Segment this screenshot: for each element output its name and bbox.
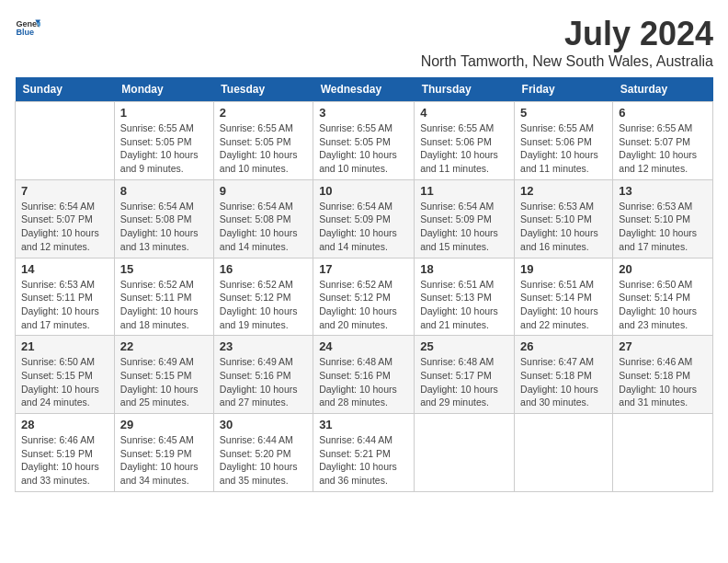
day-number: 19: [520, 262, 607, 276]
calendar-week-5: 28Sunrise: 6:46 AM Sunset: 5:19 PM Dayli…: [16, 414, 713, 492]
day-number: 6: [619, 106, 707, 120]
header-tuesday: Tuesday: [213, 77, 313, 102]
day-number: 3: [319, 106, 408, 120]
calendar-header-row: SundayMondayTuesdayWednesdayThursdayFrid…: [16, 77, 713, 102]
svg-text:Blue: Blue: [16, 28, 34, 37]
header-monday: Monday: [114, 77, 213, 102]
day-number: 16: [220, 262, 307, 276]
day-number: 20: [619, 262, 707, 276]
calendar-cell: 4Sunrise: 6:55 AM Sunset: 5:06 PM Daylig…: [415, 102, 515, 180]
calendar-cell: 2Sunrise: 6:55 AM Sunset: 5:05 PM Daylig…: [213, 102, 313, 180]
calendar-cell: [515, 414, 613, 492]
day-info: Sunrise: 6:52 AM Sunset: 5:11 PM Dayligh…: [120, 278, 208, 332]
calendar-week-4: 21Sunrise: 6:50 AM Sunset: 5:15 PM Dayli…: [16, 336, 713, 414]
calendar-cell: 22Sunrise: 6:49 AM Sunset: 5:15 PM Dayli…: [114, 336, 213, 414]
calendar-week-1: 1Sunrise: 6:55 AM Sunset: 5:05 PM Daylig…: [16, 102, 713, 180]
calendar-week-2: 7Sunrise: 6:54 AM Sunset: 5:07 PM Daylig…: [16, 179, 713, 258]
day-info: Sunrise: 6:55 AM Sunset: 5:05 PM Dayligh…: [120, 121, 208, 176]
header-friday: Friday: [515, 77, 613, 102]
calendar-cell: 13Sunrise: 6:53 AM Sunset: 5:10 PM Dayli…: [613, 179, 713, 258]
calendar-cell: 6Sunrise: 6:55 AM Sunset: 5:07 PM Daylig…: [613, 102, 713, 180]
day-number: 13: [619, 184, 707, 198]
calendar-cell: 15Sunrise: 6:52 AM Sunset: 5:11 PM Dayli…: [114, 258, 213, 336]
calendar-cell: [613, 414, 713, 492]
page-title: July 2024: [421, 15, 713, 53]
day-info: Sunrise: 6:54 AM Sunset: 5:09 PM Dayligh…: [319, 200, 408, 254]
calendar-table: SundayMondayTuesdayWednesdayThursdayFrid…: [15, 77, 713, 492]
day-info: Sunrise: 6:48 AM Sunset: 5:17 PM Dayligh…: [420, 355, 508, 409]
day-info: Sunrise: 6:54 AM Sunset: 5:08 PM Dayligh…: [220, 200, 307, 254]
calendar-cell: 12Sunrise: 6:53 AM Sunset: 5:10 PM Dayli…: [515, 179, 613, 258]
day-info: Sunrise: 6:47 AM Sunset: 5:18 PM Dayligh…: [520, 355, 607, 409]
day-number: 31: [319, 418, 408, 431]
day-info: Sunrise: 6:55 AM Sunset: 5:06 PM Dayligh…: [520, 121, 607, 176]
day-number: 12: [520, 184, 607, 198]
day-number: 8: [120, 184, 208, 198]
day-info: Sunrise: 6:55 AM Sunset: 5:06 PM Dayligh…: [420, 121, 508, 176]
day-info: Sunrise: 6:52 AM Sunset: 5:12 PM Dayligh…: [319, 278, 408, 332]
calendar-cell: 27Sunrise: 6:46 AM Sunset: 5:18 PM Dayli…: [613, 336, 713, 414]
day-number: 9: [220, 184, 307, 198]
header-sunday: Sunday: [16, 77, 115, 102]
day-info: Sunrise: 6:46 AM Sunset: 5:18 PM Dayligh…: [619, 355, 707, 409]
day-number: 4: [420, 106, 508, 120]
calendar-cell: 16Sunrise: 6:52 AM Sunset: 5:12 PM Dayli…: [213, 258, 313, 336]
calendar-cell: [16, 102, 115, 180]
calendar-cell: 29Sunrise: 6:45 AM Sunset: 5:19 PM Dayli…: [114, 414, 213, 492]
calendar-cell: 30Sunrise: 6:44 AM Sunset: 5:20 PM Dayli…: [213, 414, 313, 492]
day-info: Sunrise: 6:44 AM Sunset: 5:21 PM Dayligh…: [319, 433, 408, 488]
day-info: Sunrise: 6:53 AM Sunset: 5:10 PM Dayligh…: [520, 200, 607, 254]
title-section: July 2024 North Tamworth, New South Wale…: [421, 15, 713, 70]
day-number: 15: [120, 262, 208, 276]
calendar-cell: 7Sunrise: 6:54 AM Sunset: 5:07 PM Daylig…: [16, 179, 115, 258]
day-info: Sunrise: 6:50 AM Sunset: 5:14 PM Dayligh…: [619, 278, 707, 332]
day-number: 11: [420, 184, 508, 198]
day-number: 5: [520, 106, 607, 120]
calendar-cell: 25Sunrise: 6:48 AM Sunset: 5:17 PM Dayli…: [415, 336, 515, 414]
day-number: 7: [21, 184, 108, 198]
calendar-cell: 26Sunrise: 6:47 AM Sunset: 5:18 PM Dayli…: [515, 336, 613, 414]
day-number: 26: [520, 339, 607, 353]
day-info: Sunrise: 6:51 AM Sunset: 5:14 PM Dayligh…: [520, 278, 607, 332]
day-number: 29: [120, 418, 208, 431]
day-info: Sunrise: 6:51 AM Sunset: 5:13 PM Dayligh…: [420, 278, 508, 332]
day-info: Sunrise: 6:53 AM Sunset: 5:11 PM Dayligh…: [21, 278, 108, 332]
day-info: Sunrise: 6:49 AM Sunset: 5:16 PM Dayligh…: [220, 355, 307, 409]
day-number: 14: [21, 262, 108, 276]
day-number: 10: [319, 184, 408, 198]
calendar-cell: 11Sunrise: 6:54 AM Sunset: 5:09 PM Dayli…: [415, 179, 515, 258]
day-number: 1: [120, 106, 208, 120]
day-info: Sunrise: 6:55 AM Sunset: 5:05 PM Dayligh…: [220, 121, 307, 176]
day-info: Sunrise: 6:54 AM Sunset: 5:08 PM Dayligh…: [120, 200, 208, 254]
day-info: Sunrise: 6:55 AM Sunset: 5:05 PM Dayligh…: [319, 121, 408, 176]
day-number: 27: [619, 339, 707, 353]
calendar-cell: 31Sunrise: 6:44 AM Sunset: 5:21 PM Dayli…: [313, 414, 415, 492]
calendar-cell: 23Sunrise: 6:49 AM Sunset: 5:16 PM Dayli…: [213, 336, 313, 414]
day-info: Sunrise: 6:55 AM Sunset: 5:07 PM Dayligh…: [619, 121, 707, 176]
day-number: 23: [220, 339, 307, 353]
day-info: Sunrise: 6:44 AM Sunset: 5:20 PM Dayligh…: [220, 433, 307, 488]
day-info: Sunrise: 6:46 AM Sunset: 5:19 PM Dayligh…: [21, 433, 108, 488]
calendar-cell: 18Sunrise: 6:51 AM Sunset: 5:13 PM Dayli…: [415, 258, 515, 336]
day-number: 2: [220, 106, 307, 120]
calendar-cell: 24Sunrise: 6:48 AM Sunset: 5:16 PM Dayli…: [313, 336, 415, 414]
calendar-cell: 10Sunrise: 6:54 AM Sunset: 5:09 PM Dayli…: [313, 179, 415, 258]
header-thursday: Thursday: [415, 77, 515, 102]
calendar-cell: 5Sunrise: 6:55 AM Sunset: 5:06 PM Daylig…: [515, 102, 613, 180]
logo-icon: General Blue: [15, 15, 40, 40]
calendar-cell: 20Sunrise: 6:50 AM Sunset: 5:14 PM Dayli…: [613, 258, 713, 336]
day-info: Sunrise: 6:48 AM Sunset: 5:16 PM Dayligh…: [319, 355, 408, 409]
day-number: 30: [220, 418, 307, 431]
calendar-cell: [415, 414, 515, 492]
day-number: 25: [420, 339, 508, 353]
day-number: 18: [420, 262, 508, 276]
day-number: 22: [120, 339, 208, 353]
calendar-cell: 21Sunrise: 6:50 AM Sunset: 5:15 PM Dayli…: [16, 336, 115, 414]
day-number: 28: [21, 418, 108, 431]
calendar-cell: 17Sunrise: 6:52 AM Sunset: 5:12 PM Dayli…: [313, 258, 415, 336]
calendar-cell: 28Sunrise: 6:46 AM Sunset: 5:19 PM Dayli…: [16, 414, 115, 492]
header-saturday: Saturday: [613, 77, 713, 102]
day-info: Sunrise: 6:50 AM Sunset: 5:15 PM Dayligh…: [21, 355, 108, 409]
day-number: 24: [319, 339, 408, 353]
calendar-cell: 3Sunrise: 6:55 AM Sunset: 5:05 PM Daylig…: [313, 102, 415, 180]
